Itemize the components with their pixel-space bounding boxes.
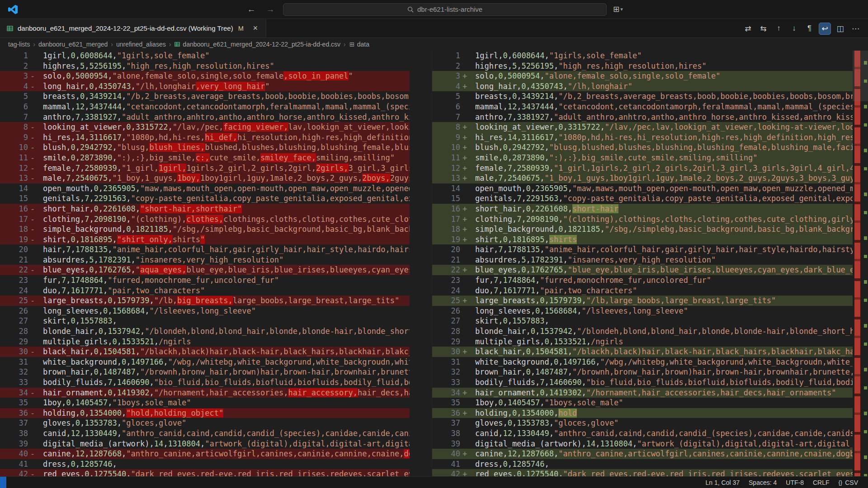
status-encoding[interactable]: UTF-8 — [781, 477, 808, 488]
diff-line-modified-37[interactable]: 37gloves,0,1353783,"gloces,glove" — [432, 418, 853, 428]
toggle-whitespace-icon[interactable]: ¶ — [803, 23, 816, 35]
diff-line-original-38[interactable]: 38canid,12,1330449,"anthro_canid,caind,c… — [0, 428, 410, 439]
diff-line-modified-5[interactable]: 5breasts,0,3439214,"/b,2_breasts,average… — [432, 91, 853, 102]
diff-line-modified-1[interactable]: 11girl,0,6008644,"1girls,sole_female" — [432, 51, 853, 61]
diff-line-original-23[interactable]: 23fur,7,1748864,"furred,monochrome_fur,u… — [0, 275, 410, 286]
diff-line-modified-9[interactable]: 9+hi_res,14,3116617,"1080p,hd,hi-res,hi_… — [432, 132, 853, 143]
diff-line-original-12[interactable]: 12-female,7,2580939,"1_girl,1girl,1girls… — [0, 163, 410, 174]
status-language-mode[interactable]: {}CSV — [834, 477, 863, 488]
diff-line-original-17[interactable]: 17-clothing,7,2098190,"(clothing),clothe… — [0, 214, 410, 225]
command-center-search[interactable]: dbr-e621-lists-archive — [283, 3, 607, 16]
diff-line-original-24[interactable]: 24duo,7,1617771,"pair,two_characters" — [0, 286, 410, 296]
breadcrumb-item-tag-lists[interactable]: tag-lists — [8, 41, 30, 48]
diff-line-original-2[interactable]: 2highres,5,5256195,"high_res,high_resolu… — [0, 61, 410, 71]
diff-line-original-4[interactable]: 4-long_hair,0,4350743,"/lh,longhair,very… — [0, 81, 410, 92]
diff-line-original-35[interactable]: 351boy,0,1405457,"1boys,sole_male" — [0, 398, 410, 408]
diff-line-original-10[interactable]: 10-blush,0,2942792,"blusg,blush_lines,bl… — [0, 142, 410, 153]
scrollbar-slider[interactable] — [853, 51, 868, 101]
diff-line-modified-11[interactable]: 11+smile,0,2873890,":),:},big_smile,cute… — [432, 153, 853, 163]
diff-line-modified-40[interactable]: 40+canine,12,1287668,"anthro_canine,arti… — [432, 449, 853, 459]
diff-line-modified-3[interactable]: 3+solo,0,5000954,"alone,female_solo,sing… — [432, 71, 853, 81]
diff-line-modified-14[interactable]: 14open_mouth,0,2365905,"maw,maws,mouth_o… — [432, 183, 853, 194]
diff-line-modified-35[interactable]: 351boy,0,1405457,"1boys,sole_male" — [432, 398, 853, 408]
diff-line-modified-10[interactable]: 10+blush,0,2942792,"blusg,blushed,blushe… — [432, 142, 853, 153]
diff-line-modified-22[interactable]: 22+blue_eyes,0,1762765,"blue_eye,blue_ir… — [432, 265, 853, 275]
diff-line-modified-7[interactable]: 7anthro,7,3381927,"adult_anthro,anhtro,a… — [432, 112, 853, 122]
diff-line-original-1[interactable]: 11girl,0,6008644,"1girls,sole_female" — [0, 51, 410, 61]
diff-line-original-9[interactable]: 9-hi_res,14,3116617,"1080p,hd,hi-res,hi_… — [0, 132, 410, 143]
diff-line-modified-12[interactable]: 12+female,7,2580939,"1_girl,1girls,2_gir… — [432, 163, 853, 174]
diff-line-modified-32[interactable]: 32brown_hair,0,1487487,"/brownh,bronw_ha… — [432, 367, 853, 377]
diff-line-original-22[interactable]: 22-blue_eyes,0,1762765,"aqua_eyes,blue_e… — [0, 265, 410, 275]
diff-line-modified-16[interactable]: 16+short_hair,0,2261608,short-hair — [432, 204, 853, 214]
diff-line-original-25[interactable]: 25-large_breasts,0,1579739,"/lb,big_brea… — [0, 296, 410, 306]
breadcrumb-item-data[interactable]: data — [349, 41, 369, 48]
diff-line-modified-19[interactable]: 19+shirt,0,1816895,shirts — [432, 235, 853, 245]
diff-line-modified-34[interactable]: 34+hair_ornament,0,1419302,"/hornament,h… — [432, 388, 853, 398]
diff-line-original-5[interactable]: 5breasts,0,3439214,"/b,2_breasts,average… — [0, 91, 410, 102]
layout-grid-icon[interactable]: ⊞ ▾ — [613, 5, 623, 14]
status-cursor-position[interactable]: Ln 1, Col 37 — [701, 477, 745, 488]
diff-line-modified-39[interactable]: 39digital_media_(artwork),14,1310804,"ar… — [432, 439, 853, 449]
diff-line-original-37[interactable]: 37gloves,0,1353783,"gloces,glove" — [0, 418, 410, 428]
compare-changes-icon[interactable]: ⇄ — [742, 23, 754, 35]
diff-line-original-19[interactable]: 19-shirt,0,1816895,"shirt_only,shirts" — [0, 235, 410, 245]
diff-line-modified-17[interactable]: 17+clothing,7,2098190,"(clothing),clothi… — [432, 214, 853, 225]
split-editor-icon[interactable]: ◫ — [834, 23, 846, 35]
diff-line-modified-30[interactable]: 30+black_hair,0,1504581,"/blackh,black)h… — [432, 347, 853, 357]
forward-icon[interactable]: → — [264, 3, 277, 16]
diff-line-modified-2[interactable]: 2highres,5,5256195,"high_res,high_resolu… — [432, 61, 853, 71]
diff-line-original-20[interactable]: 20hair,7,1788135,"anime_hair,colorful_ha… — [0, 244, 410, 255]
diff-line-original-11[interactable]: 11-smile,0,2873890,":),:},big_smile,c:,c… — [0, 153, 410, 163]
previous-change-icon[interactable]: ↑ — [773, 23, 785, 35]
next-change-icon[interactable]: ↓ — [788, 23, 800, 35]
diff-line-modified-26[interactable]: 26long_sleeves,0,1568684,"/lsleeves,long… — [432, 306, 853, 316]
diff-line-modified-23[interactable]: 23fur,7,1748864,"furred,monochrome_fur,u… — [432, 275, 853, 286]
diff-line-original-27[interactable]: 27skirt,0,1557883, — [0, 316, 410, 326]
remote-indicator[interactable] — [0, 477, 6, 488]
diff-line-modified-8[interactable]: 8+looking_at_viewer,0,3315722,"/lav,/pec… — [432, 122, 853, 132]
diff-line-modified-25[interactable]: 25+large_breasts,0,1579739,"/lb,large_bo… — [432, 296, 853, 306]
diff-line-original-34[interactable]: 34-hair_ornament,0,1419302,"/hornament,h… — [0, 388, 410, 398]
diff-line-original-14[interactable]: 14open_mouth,0,2365905,"maw,maws,mouth_o… — [0, 183, 410, 194]
diff-line-original-6[interactable]: 6mammal,12,3437444,"cetancodont,cetancod… — [0, 102, 410, 112]
breadcrumb-item-danbooru-e621-merged[interactable]: danbooru_e621_merged — [38, 41, 108, 48]
diff-line-original-15[interactable]: 15genitals,7,2291563,"copy-paste_genital… — [0, 193, 410, 204]
diff-line-original-40[interactable]: 40-canine,12,1287668,"anthro_canine,arti… — [0, 449, 410, 459]
diff-line-modified-20[interactable]: 20hair,7,1788135,"anime_hair,colorful_ha… — [432, 244, 853, 255]
diff-line-modified-13[interactable]: 13+male,7,2540675,"1_boy,1_guys,1boy1gir… — [432, 173, 853, 183]
diff-line-original-18[interactable]: 18-simple_background,0,1821185,"/sbg,/si… — [0, 224, 410, 235]
tab-diff-csv[interactable]: danbooru_e621_merged_2024-12-22_pt25-ia-… — [0, 19, 266, 38]
status-eol-sequence[interactable]: CRLF — [808, 477, 834, 488]
diff-line-modified-42[interactable]: 42+red_eyes,0,1275540,"dark_red_eyes,red… — [432, 469, 853, 476]
diff-line-modified-41[interactable]: 41dress,0,1285746, — [432, 459, 853, 469]
diff-line-original-31[interactable]: 31white_background,0,1497166,"/wbg,/whit… — [0, 357, 410, 367]
diff-line-original-36[interactable]: 36-holding,0,1354000,"hold,holding_objec… — [0, 408, 410, 418]
status-indentation[interactable]: Spaces: 4 — [744, 477, 781, 488]
diff-line-modified-31[interactable]: 31white_background,0,1497166,"/wbg,/whit… — [432, 357, 853, 367]
diff-line-original-16[interactable]: 16-short_hair,0,2261608,"short-hair,shor… — [0, 204, 410, 214]
diff-line-original-41[interactable]: 41dress,0,1285746, — [0, 459, 410, 469]
diff-line-original-26[interactable]: 26long_sleeves,0,1568684,"/lsleeves,long… — [0, 306, 410, 316]
word-wrap-icon[interactable]: ↩ — [819, 23, 831, 35]
close-icon[interactable]: × — [250, 23, 260, 33]
breadcrumb-item-danbooru-e621-merged-2024-12-22-pt25-ia-dd-ed-csv[interactable]: danbooru_e621_merged_2024-12-22_pt25-ia-… — [174, 41, 340, 48]
diff-line-original-33[interactable]: 33bodily_fluids,7,1460690,"bio_fluid,bio… — [0, 377, 410, 388]
diff-line-modified-15[interactable]: 15genitals,7,2291563,"copy-paste_genital… — [432, 193, 853, 204]
diff-line-modified-33[interactable]: 33bodily_fluids,7,1460690,"bio_fluid,bio… — [432, 377, 853, 388]
diff-line-modified-28[interactable]: 28blonde_hair,0,1537942,"/blondeh,blond,… — [432, 326, 853, 337]
diff-line-modified-6[interactable]: 6mammal,12,3437444,"cetancodont,cetancod… — [432, 102, 853, 112]
breadcrumb-item-unrefined-aliases[interactable]: unrefined_aliases — [116, 41, 166, 48]
diff-line-original-21[interactable]: 21absurdres,5,1782391,"insaneres,very_hi… — [0, 255, 410, 265]
diff-line-modified-4[interactable]: 4+long_hair,0,4350743,"/lh,longhair" — [432, 81, 853, 92]
diff-line-original-30[interactable]: 30-black_hair,0,1504581,"/blackh,black)h… — [0, 347, 410, 357]
more-actions-icon[interactable]: ⋯ — [849, 23, 862, 35]
diff-line-modified-24[interactable]: 24duo,7,1617771,"pair,two_characters" — [432, 286, 853, 296]
diff-line-modified-38[interactable]: 38canid,12,1330449,"anthro_canid,caind,c… — [432, 428, 853, 439]
diff-line-modified-27[interactable]: 27skirt,0,1557883, — [432, 316, 853, 326]
back-icon[interactable]: ← — [245, 3, 258, 16]
diff-line-modified-36[interactable]: 36+holding,0,1354000,hold — [432, 408, 853, 418]
diff-line-original-3[interactable]: 3-solo,0,5000954,"alone,female_solo,sing… — [0, 71, 410, 81]
diff-line-modified-29[interactable]: 29multiple_girls,0,1533521,/ngirls — [432, 337, 853, 347]
diff-line-original-39[interactable]: 39digital_media_(artwork),14,1310804,"ar… — [0, 439, 410, 449]
